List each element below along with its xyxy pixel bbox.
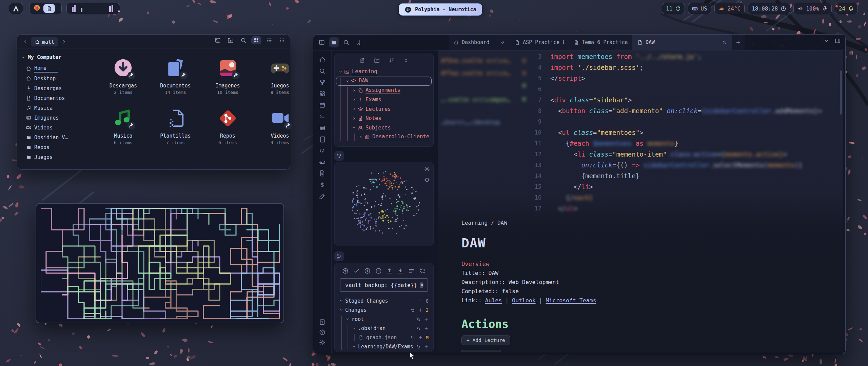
tree-item-desarrollo-cliente[interactable]: Desarrollo-Cliente xyxy=(335,133,433,142)
right-sidebar-toggle-icon[interactable] xyxy=(835,38,841,44)
tab-dashboard[interactable]: Dashboard xyxy=(449,35,510,50)
ribbon-home-icon[interactable] xyxy=(319,56,326,63)
folder-workspace-icon[interactable] xyxy=(329,37,339,47)
folder-documentos[interactable]: Documentos14 items xyxy=(151,56,200,95)
git-plus-icon[interactable] xyxy=(424,326,429,331)
ribbon-gear-icon[interactable] xyxy=(319,339,326,346)
ribbon-tools-icon[interactable] xyxy=(319,193,326,200)
button-add-lecture[interactable]: + Add Lecture xyxy=(461,336,510,345)
clear-commit-icon[interactable] xyxy=(420,282,423,288)
git-download-tray-icon[interactable] xyxy=(397,268,404,274)
ribbon-git-fork-icon[interactable] xyxy=(319,79,326,86)
ribbon-terminal-line-icon[interactable] xyxy=(319,113,326,120)
git-minus-icon[interactable] xyxy=(418,299,423,303)
git-undo-icon[interactable] xyxy=(416,317,421,322)
ribbon-search-icon[interactable] xyxy=(319,68,326,75)
obsidian-editor[interactable]: #fOne.svelte src\co…U#fTwo.svelte src\co… xyxy=(438,50,843,352)
notes-app-icon[interactable] xyxy=(43,4,55,13)
git-panel-tab[interactable] xyxy=(334,251,344,261)
sidebar-item-repos[interactable]: Repos xyxy=(17,142,80,152)
graph-gear-icon[interactable] xyxy=(424,166,430,172)
tree-item-lectures[interactable]: Lectures xyxy=(335,104,433,114)
app-dock[interactable] xyxy=(29,3,62,14)
ribbon-file-search-icon[interactable] xyxy=(319,170,326,177)
edit-toolbar-icon[interactable] xyxy=(359,58,365,63)
link-outlook[interactable]: Outlook xyxy=(512,297,536,304)
new-folder-toolbar-icon[interactable] xyxy=(374,58,380,63)
firefox-icon[interactable] xyxy=(33,4,41,13)
tray-notifications[interactable]: 24 xyxy=(835,3,858,14)
git-plus-icon[interactable] xyxy=(418,308,423,312)
new-folder-toolbar-icon[interactable] xyxy=(228,37,234,43)
commit-message-input[interactable] xyxy=(344,282,417,289)
ribbon-template-icon[interactable] xyxy=(319,147,326,154)
folder-plantillas[interactable]: Plantillas7 items xyxy=(151,106,200,145)
sidebar-item-juegos[interactable]: Juegos xyxy=(17,152,80,162)
ribbon-calendar-icon[interactable] xyxy=(319,102,326,108)
tree-item-learning[interactable]: Learning xyxy=(335,67,433,77)
sidebar-item-obsidianv[interactable]: Obsidian V… xyxy=(17,133,80,142)
sidebar-item-documentos[interactable]: Documentos xyxy=(17,93,80,103)
link-microsoft-teams[interactable]: Microsoft Teams xyxy=(546,297,596,304)
tab-asp-practice-6[interactable]: ASP Practice 6 xyxy=(510,35,569,50)
tray-updates[interactable]: 11 xyxy=(662,3,685,14)
search-workspace-icon[interactable] xyxy=(341,37,351,47)
git-plus-icon[interactable] xyxy=(418,335,423,340)
grid-toolbar-icon[interactable] xyxy=(251,36,261,44)
git-menu-lines-icon[interactable] xyxy=(408,268,415,274)
breadcrumb[interactable]: matt xyxy=(31,37,58,46)
git-undo-icon[interactable] xyxy=(410,335,415,340)
search-toolbar-icon[interactable] xyxy=(240,37,246,43)
commit-message-field[interactable] xyxy=(340,278,428,292)
tree-item-notes[interactable]: Notes xyxy=(335,114,433,123)
ribbon-gamepad-icon[interactable] xyxy=(319,159,326,165)
note-breadcrumb[interactable]: Learning / DAW xyxy=(461,220,834,226)
sidebar-item-descargas[interactable]: Descargas xyxy=(17,83,80,93)
menu-toolbar-icon[interactable] xyxy=(279,37,285,43)
tab-list-icon[interactable] xyxy=(824,38,829,44)
sort-toolbar-icon[interactable] xyxy=(389,58,394,63)
back-button[interactable] xyxy=(22,39,28,45)
git-row-graph.json[interactable]: graph.jsonM xyxy=(335,333,433,342)
ribbon-table-icon[interactable] xyxy=(319,125,326,131)
git-row-changes[interactable]: Changes2 xyxy=(335,305,433,314)
ribbon-vault-icon[interactable] xyxy=(319,319,326,325)
git-row-.obsidian[interactable]: .obsidian xyxy=(335,324,433,333)
sidebar-item-desktop[interactable]: Desktop xyxy=(17,74,80,83)
sidebar-item-videos[interactable]: Videos xyxy=(17,123,80,133)
sidebar-item-home[interactable]: Home xyxy=(17,64,80,74)
git-undo-icon[interactable] xyxy=(416,344,421,349)
graph-panel-tab[interactable] xyxy=(334,151,344,161)
folder-videos[interactable]: Videos4 items xyxy=(255,106,304,145)
graph-crosshair-icon[interactable] xyxy=(424,177,430,183)
graph-view-panel[interactable] xyxy=(334,162,434,246)
sidebar-item-musica[interactable]: Musica xyxy=(17,103,80,113)
now-playing-widget[interactable]: Polyphia - Neurotica xyxy=(399,3,482,16)
editor-scrollbar[interactable] xyxy=(840,70,842,115)
tree-item-exams[interactable]: Exams xyxy=(335,95,433,105)
sidebar-root[interactable]: My Computer xyxy=(17,53,80,64)
collapse-toolbar-icon[interactable] xyxy=(403,58,409,63)
launcher-button[interactable] xyxy=(9,3,23,14)
git-check-icon[interactable] xyxy=(353,268,360,274)
forward-button[interactable] xyxy=(61,39,67,45)
graph-view[interactable] xyxy=(335,162,433,246)
new-tab-button[interactable] xyxy=(732,35,745,50)
git-row-staged-changes[interactable]: Staged Changes0 xyxy=(335,296,433,305)
ribbon-dollar-icon[interactable] xyxy=(319,182,326,188)
tree-item-assignments[interactable]: Assignments xyxy=(335,86,433,95)
tray-weather[interactable]: 24°C xyxy=(714,3,745,14)
bookmark-workspace-icon[interactable] xyxy=(353,37,363,47)
link-aules[interactable]: Aules xyxy=(485,297,502,304)
git-undo-icon[interactable] xyxy=(410,308,415,312)
layout-left-workspace-icon[interactable] xyxy=(317,37,327,47)
tray-keyboard-layout[interactable]: US xyxy=(688,3,711,14)
folder-descargas[interactable]: Descargas2 items xyxy=(99,56,148,95)
git-circle-minus-icon[interactable] xyxy=(375,268,382,274)
folder-musica[interactable]: Musica6 items xyxy=(99,106,148,145)
button-add-note[interactable]: + Add Note xyxy=(461,350,501,352)
git-refresh-cw-icon[interactable] xyxy=(419,268,426,274)
git-circle-plus-icon[interactable] xyxy=(364,268,371,274)
tab-daw[interactable]: DAW xyxy=(633,35,732,50)
list-toolbar-icon[interactable] xyxy=(266,37,272,43)
